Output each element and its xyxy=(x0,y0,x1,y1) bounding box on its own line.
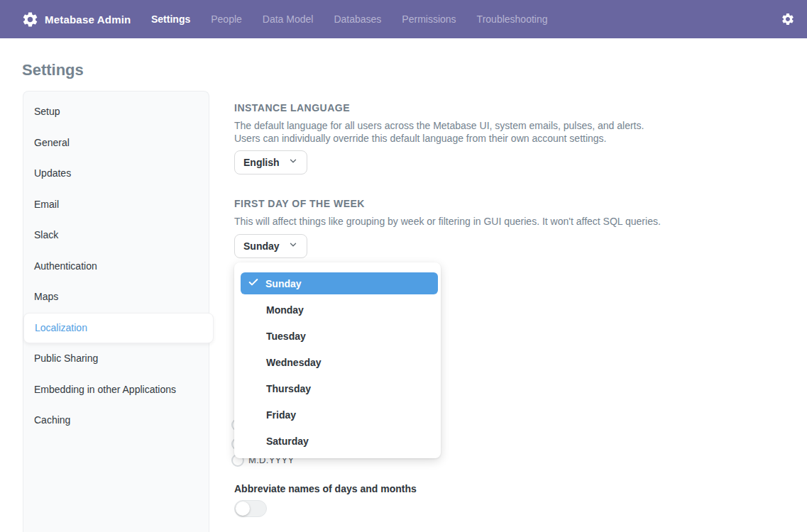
metabase-admin-brand[interactable]: Metabase Admin xyxy=(21,0,131,38)
nav-tab-data-model[interactable]: Data Model xyxy=(263,13,314,25)
settings-sidebar: Setup General Updates Email Slack Authen… xyxy=(23,91,209,532)
selected-option-pill: Sunday xyxy=(241,272,438,294)
first-day-description: This will affect things like grouping by… xyxy=(234,216,671,228)
sidebar-item-updates[interactable]: Updates xyxy=(23,158,209,189)
instance-language-heading: INSTANCE LANGUAGE xyxy=(234,102,350,113)
chevron-down-icon xyxy=(288,156,298,169)
nav-tab-people[interactable]: People xyxy=(211,13,242,25)
brand-label: Metabase Admin xyxy=(45,13,131,26)
sidebar-item-caching[interactable]: Caching xyxy=(23,405,209,436)
first-day-dropdown-panel: Sunday Monday Tuesday Wednesday Thursday… xyxy=(234,262,441,458)
instance-language-value: English xyxy=(243,157,280,168)
exit-admin-gear-icon[interactable] xyxy=(781,0,795,38)
first-day-value: Sunday xyxy=(243,240,280,252)
sidebar-item-email[interactable]: Email xyxy=(23,189,209,221)
admin-navbar: Metabase Admin Settings People Data Mode… xyxy=(0,0,807,38)
dropdown-option-monday[interactable]: Monday xyxy=(234,297,441,323)
nav-tab-permissions[interactable]: Permissions xyxy=(402,13,456,25)
chevron-down-icon xyxy=(288,240,298,253)
dropdown-option-friday[interactable]: Friday xyxy=(234,401,441,428)
abbreviate-toggle[interactable] xyxy=(234,500,267,517)
instance-language-description: The default language for all users acros… xyxy=(234,120,671,145)
sidebar-item-slack[interactable]: Slack xyxy=(23,220,209,251)
dropdown-option-thursday[interactable]: Thursday xyxy=(234,375,441,401)
nav-tab-troubleshooting[interactable]: Troubleshooting xyxy=(477,13,548,25)
sidebar-item-localization[interactable]: Localization xyxy=(23,313,214,344)
dropdown-option-label: Sunday xyxy=(265,278,302,289)
dropdown-option-wednesday[interactable]: Wednesday xyxy=(234,349,441,375)
first-day-select[interactable]: Sunday xyxy=(234,234,307,258)
dropdown-option-sunday[interactable]: Sunday xyxy=(234,270,441,297)
nav-tab-settings[interactable]: Settings xyxy=(151,13,190,25)
dropdown-option-saturday[interactable]: Saturday xyxy=(234,428,441,454)
sidebar-item-public-sharing[interactable]: Public Sharing xyxy=(23,343,209,375)
sidebar-item-embedding[interactable]: Embedding in other Applications xyxy=(23,375,209,406)
abbreviate-label: Abbreviate names of days and months xyxy=(234,483,417,494)
nav-tab-databases[interactable]: Databases xyxy=(334,13,381,25)
metabase-gear-logo-icon xyxy=(21,11,39,28)
first-day-heading: FIRST DAY OF THE WEEK xyxy=(234,198,365,209)
check-icon xyxy=(248,277,259,290)
sidebar-item-maps[interactable]: Maps xyxy=(23,282,209,313)
nav-links: Settings People Data Model Databases Per… xyxy=(151,0,548,38)
sidebar-item-setup[interactable]: Setup xyxy=(23,96,209,128)
page-title: Settings xyxy=(22,61,84,79)
instance-language-select[interactable]: English xyxy=(234,150,307,174)
toggle-knob xyxy=(236,501,250,516)
dropdown-option-tuesday[interactable]: Tuesday xyxy=(234,323,441,349)
sidebar-item-authentication[interactable]: Authentication xyxy=(23,251,209,282)
sidebar-item-general[interactable]: General xyxy=(23,128,209,159)
